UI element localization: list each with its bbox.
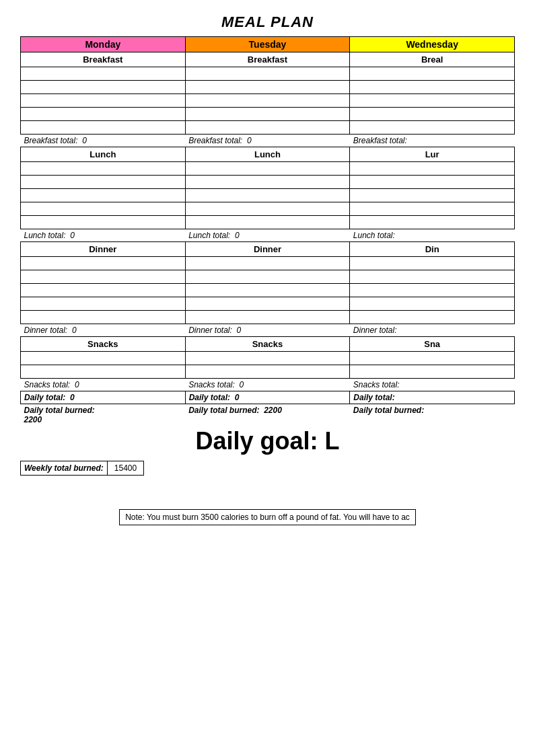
lunch-food-row-3 (21, 189, 515, 202)
tuesday-lunch-label: Lunch (185, 147, 350, 162)
weekly-burned-value: 15400 (107, 461, 143, 476)
lunch-total-row: Lunch total: 0 Lunch total: 0 Lunch tota… (21, 229, 515, 242)
dinner-food-row-4 (21, 297, 515, 311)
monday-dinner-label: Dinner (21, 242, 186, 257)
note-area: Note: You must burn 3500 calories to bur… (20, 496, 515, 527)
daily-total-row: Daily total: 0 Daily total: 0 Daily tota… (21, 391, 515, 404)
monday-header: Monday (21, 37, 186, 52)
snacks-food-row-1 (21, 352, 515, 365)
monday-breakfast-label: Breakfast (21, 52, 186, 67)
wednesday-dinner-label: Din (350, 242, 515, 257)
lunch-header-row: Lunch Lunch Lur (21, 147, 515, 162)
dinner-total-row: Dinner total: 0 Dinner total: 0 Dinner t… (21, 324, 515, 337)
weekly-section: Weekly total burned: 15400 (20, 461, 515, 476)
breakfast-food-row-4 (21, 108, 515, 121)
snacks-food-row-2 (21, 365, 515, 379)
dinner-food-row-1 (21, 257, 515, 270)
dinner-header-row: Dinner Dinner Din (21, 242, 515, 257)
lunch-food-row-4 (21, 202, 515, 216)
daily-goal-text: Daily goal: L (21, 426, 515, 457)
breakfast-food-row-2 (21, 81, 515, 94)
meal-plan-table: Monday Tuesday Wednesday Breakfast Break… (20, 36, 515, 457)
lunch-food-row-2 (21, 176, 515, 189)
dinner-food-row-3 (21, 284, 515, 297)
tuesday-snacks-label: Snacks (185, 337, 350, 352)
lunch-food-row-5 (21, 216, 515, 229)
tuesday-header: Tuesday (185, 37, 350, 52)
breakfast-header-row: Breakfast Breakfast Breal (21, 52, 515, 67)
snacks-header-row: Snacks Snacks Sna (21, 337, 515, 352)
dinner-food-row-5 (21, 311, 515, 324)
wednesday-breakfast-label: Breal (350, 52, 515, 67)
dinner-food-row-2 (21, 270, 515, 284)
wednesday-snacks-label: Sna (350, 337, 515, 352)
lunch-food-row-1 (21, 162, 515, 176)
daily-goal-row: Daily goal: L (21, 426, 515, 457)
meal-plan-page: MEAL PLAN Monday Tuesday Wednesday (0, 0, 535, 756)
breakfast-food-row-3 (21, 94, 515, 108)
breakfast-total-row: Breakfast total: 0 Breakfast total: 0 Br… (21, 135, 515, 147)
tuesday-dinner-label: Dinner (185, 242, 350, 257)
breakfast-food-row-1 (21, 67, 515, 81)
wednesday-lunch-label: Lur (350, 147, 515, 162)
note-text: Note: You must burn 3500 calories to bur… (119, 509, 416, 525)
daily-burned-row: Daily total burned: 2200 Daily total bur… (21, 404, 515, 426)
wednesday-header: Wednesday (350, 37, 515, 52)
snacks-total-row: Snacks total: 0 Snacks total: 0 Snacks t… (21, 379, 515, 391)
monday-snacks-label: Snacks (21, 337, 186, 352)
monday-lunch-label: Lunch (21, 147, 186, 162)
tuesday-breakfast-label: Breakfast (185, 52, 350, 67)
weekly-burned-label: Weekly total burned: (21, 461, 108, 476)
day-header-row: Monday Tuesday Wednesday (21, 37, 515, 52)
page-title: MEAL PLAN (20, 13, 515, 31)
breakfast-food-row-5 (21, 121, 515, 135)
